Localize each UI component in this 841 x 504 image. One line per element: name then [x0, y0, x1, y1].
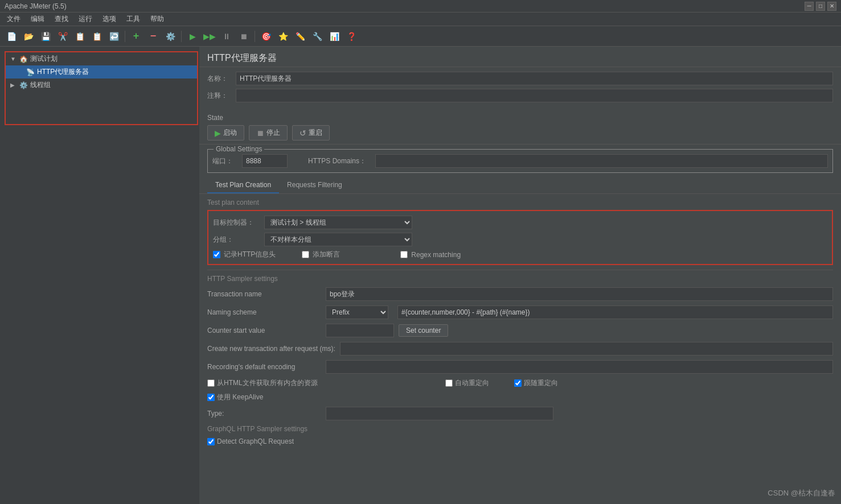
menu-find[interactable]: 查找: [50, 13, 73, 25]
tb-target[interactable]: 🎯: [258, 28, 274, 44]
target-controller-select[interactable]: 测试计划 > 线程组: [264, 216, 412, 229]
add-assertions-label: 添加断言: [313, 250, 340, 259]
main-layout: ▼ 🏠 测试计划 📡 HTTP代理服务器 ▶ ⚙️ 线程组 HTTP代理服务器: [0, 47, 841, 504]
menu-run[interactable]: 运行: [74, 13, 97, 25]
stop-icon: ⏹: [256, 129, 264, 138]
http-proxy-icon: 📡: [26, 68, 35, 76]
right-panel: HTTP代理服务器 名称： 注释： State ▶ 启动 ⏹: [199, 47, 841, 504]
close-button[interactable]: ✕: [827, 2, 836, 11]
restart-label: 重启: [309, 128, 322, 138]
restart-button[interactable]: ↺ 重启: [292, 125, 330, 141]
tb-pause[interactable]: ⏸: [219, 28, 235, 44]
maximize-button[interactable]: □: [816, 2, 825, 11]
tree-item-thread-group[interactable]: ▶ ⚙️ 线程组: [6, 79, 197, 92]
https-label: HTTPS Domains：: [308, 156, 366, 166]
naming-format-input[interactable]: [397, 305, 833, 319]
stop-button[interactable]: ⏹ 停止: [249, 125, 288, 141]
auto-redirect-checkbox[interactable]: [445, 379, 453, 387]
graphql-section: GraphQL HTTP Sampler settings Detect Gra…: [207, 425, 833, 445]
tb-star[interactable]: ⭐: [275, 28, 291, 44]
tb-save[interactable]: 💾: [38, 28, 54, 44]
tb-paste[interactable]: 📋: [89, 28, 105, 44]
follow-redirect-checkbox[interactable]: [514, 379, 522, 387]
tab-requests-filtering[interactable]: Requests Filtering: [279, 177, 350, 193]
start-button[interactable]: ▶ 启动: [207, 125, 244, 141]
section-label: Test plan content: [207, 199, 833, 206]
tb-start[interactable]: ▶: [184, 28, 200, 44]
thread-group-icon: ⚙️: [19, 81, 28, 89]
regex-checkbox[interactable]: [400, 251, 408, 258]
checkbox-options-row2: 使用 KeepAlive: [207, 393, 833, 402]
tb-undo[interactable]: ↩️: [106, 28, 122, 44]
tb-add[interactable]: +: [128, 28, 144, 44]
watermark: CSDN @枯木自逢春: [768, 488, 835, 498]
follow-redirect-opt: 跟随重定向: [514, 378, 558, 388]
name-row: 名称：: [207, 72, 833, 85]
menu-tools[interactable]: 工具: [122, 13, 145, 25]
tree-item-label: 线程组: [30, 80, 51, 90]
keepalive-opt: 使用 KeepAlive: [207, 393, 263, 402]
comment-label: 注释：: [207, 91, 236, 101]
detect-graphql-checkbox[interactable]: [207, 438, 215, 445]
tb-settings[interactable]: ⚙️: [162, 28, 178, 44]
minimize-button[interactable]: ─: [805, 2, 814, 11]
name-input[interactable]: [236, 72, 833, 85]
type-input[interactable]: [326, 407, 553, 420]
tb-edit[interactable]: ✏️: [292, 28, 308, 44]
title-bar: Apache JMeter (5.5) ─ □ ✕: [0, 0, 841, 13]
tree-item-http-proxy[interactable]: 📡 HTTP代理服务器: [6, 65, 197, 79]
transaction-name-input[interactable]: [326, 287, 833, 301]
tb-copy[interactable]: 📋: [72, 28, 88, 44]
tb-chart[interactable]: 📊: [326, 28, 342, 44]
tb-start-no-pause[interactable]: ▶▶: [202, 28, 218, 44]
sep2: [181, 31, 182, 42]
menu-bar: 文件 编辑 查找 运行 选项 工具 帮助: [0, 13, 841, 26]
auto-redirect-label: 自动重定向: [455, 378, 489, 388]
tab-test-plan-creation[interactable]: Test Plan Creation: [207, 177, 279, 193]
menu-file[interactable]: 文件: [2, 13, 25, 25]
tb-open[interactable]: 📂: [20, 28, 36, 44]
target-box: 目标控制器： 测试计划 > 线程组 分组： 不对样本分组 记录HTTP信息头: [207, 210, 833, 265]
comment-input[interactable]: [236, 89, 833, 102]
port-input[interactable]: [242, 154, 288, 168]
http-sampler-section: HTTP Sampler settings Transaction name N…: [207, 270, 833, 445]
keepalive-label: 使用 KeepAlive: [217, 393, 263, 402]
tb-tool[interactable]: 🔧: [309, 28, 325, 44]
target-controller-label: 目标控制器：: [213, 218, 264, 228]
counter-input[interactable]: [326, 324, 394, 337]
add-assertions-checkbox[interactable]: [302, 251, 309, 258]
group-select[interactable]: 不对样本分组: [264, 233, 412, 246]
naming-scheme-select[interactable]: Prefix Suffix None: [326, 305, 388, 319]
tree-item-test-plan[interactable]: ▼ 🏠 测试计划: [6, 52, 197, 65]
group-row: 分组： 不对样本分组: [213, 233, 827, 246]
encoding-input[interactable]: [326, 360, 833, 374]
https-input[interactable]: [375, 154, 828, 168]
keepalive-checkbox[interactable]: [207, 394, 215, 401]
detect-graphql-label: Detect GraphQL Request: [217, 437, 294, 445]
follow-redirect-label: 跟随重定向: [524, 378, 558, 388]
tb-stop[interactable]: ⏹: [236, 28, 252, 44]
naming-scheme-row: Naming scheme Prefix Suffix None: [207, 305, 833, 319]
fetch-resources-opt: 从HTML文件获取所有内含的资源: [207, 378, 318, 388]
tb-cut[interactable]: ✂️: [55, 28, 71, 44]
expand-icon: ▶: [10, 82, 17, 88]
menu-help[interactable]: 帮助: [146, 13, 169, 25]
menu-edit[interactable]: 编辑: [26, 13, 49, 25]
tb-help[interactable]: ❓: [343, 28, 359, 44]
name-section: 名称： 注释：: [199, 67, 841, 110]
transaction-name-label: Transaction name: [207, 290, 321, 298]
menu-options[interactable]: 选项: [98, 13, 121, 25]
type-label: Type:: [207, 410, 321, 418]
encoding-label: Recording's default encoding: [207, 363, 321, 371]
transaction-name-row: Transaction name: [207, 287, 833, 301]
fetch-resources-checkbox[interactable]: [207, 379, 215, 387]
panel-title: HTTP代理服务器: [207, 53, 277, 63]
transaction-after-input[interactable]: [340, 342, 833, 356]
set-counter-button[interactable]: Set counter: [399, 324, 448, 337]
encoding-row: Recording's default encoding: [207, 360, 833, 374]
auto-redirect-opt: 自动重定向: [445, 378, 489, 388]
sampler-title: HTTP Sampler settings: [207, 275, 833, 283]
tb-new[interactable]: 📄: [3, 28, 19, 44]
record-http-checkbox[interactable]: [213, 251, 220, 258]
tb-remove[interactable]: −: [145, 28, 161, 44]
